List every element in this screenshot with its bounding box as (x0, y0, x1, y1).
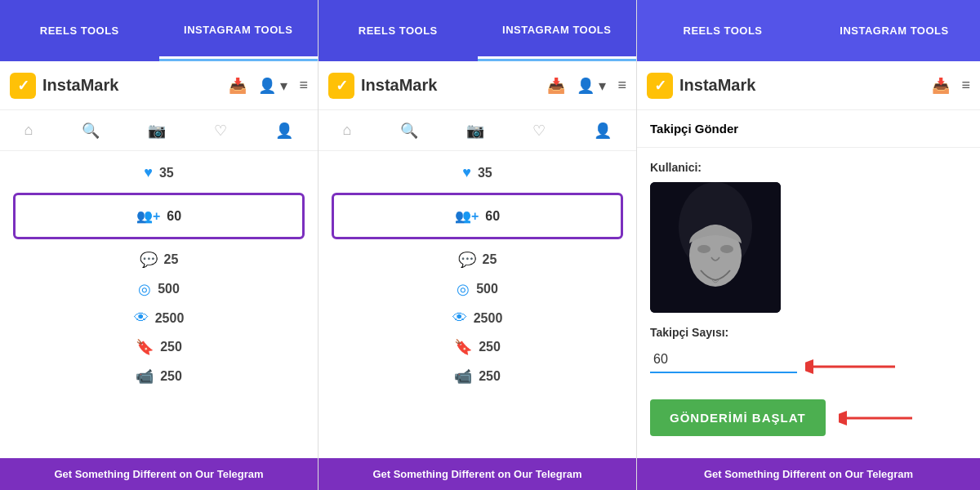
follow-icon-2: 👥+ (455, 208, 479, 224)
right-telegram-banner[interactable]: Get Something Different on Our Telegram (637, 458, 980, 490)
header-icons-1: 📥 👤 ▾ ≡ (229, 77, 308, 95)
profile-nav-icon-1[interactable]: 👤 (275, 122, 293, 140)
comment-value-2: 25 (483, 252, 497, 267)
search-nav-icon-2[interactable]: 🔍 (400, 122, 418, 140)
input-arrow-container (650, 347, 967, 386)
instagram-stat-1: ◎ 500 (13, 280, 305, 298)
like-nav-icon-2[interactable]: ♡ (532, 122, 546, 140)
tab-bar-1: REELS TOOLS INSTAGRAM TOOLS (0, 0, 318, 61)
follow-box-1[interactable]: 👥+ 60 (13, 193, 305, 239)
eye-value-1: 2500 (155, 311, 185, 326)
header-2: ✓ InstaMark 📥 👤 ▾ ≡ (318, 61, 636, 110)
logo-1: ✓ InstaMark (10, 73, 118, 99)
follow-box-2[interactable]: 👥+ 60 (332, 193, 623, 239)
instagram-stat-2: ◎ 500 (332, 280, 623, 298)
comment-stat-1: 💬 25 (13, 251, 305, 269)
eye-stat-2: 👁 2500 (332, 310, 623, 327)
heart-stat-2: ♥ 35 (332, 164, 623, 181)
video-value-1: 250 (160, 369, 182, 384)
right-header-icons: 📥 ≡ (932, 77, 970, 95)
tab-bar-2: REELS TOOLS INSTAGRAM TOOLS (318, 0, 636, 61)
logo-icon-1: ✓ (10, 73, 36, 99)
right-menu-icon[interactable]: ≡ (961, 77, 970, 94)
menu-icon-2[interactable]: ≡ (617, 77, 626, 94)
kullanici-label: Kullanici: (650, 161, 967, 174)
save-stat-1: 🔖 250 (13, 338, 305, 356)
save-stat-2: 🔖 250 (332, 338, 623, 356)
video-stat-1: 📹 250 (13, 368, 305, 385)
heart-icon-2: ♥ (462, 164, 471, 181)
nav-icons-1: ⌂ 🔍 📷 ♡ 👤 (0, 110, 318, 151)
eye-value-2: 2500 (474, 311, 503, 326)
right-tab-bar: REELS TOOLS INSTAGRAM TOOLS (637, 0, 980, 61)
takipci-label: Takipçi Sayısı: (650, 326, 967, 339)
heart-stat-1: ♥ 35 (13, 164, 305, 181)
camera-nav-icon-1[interactable]: 📷 (148, 122, 166, 140)
save-value-2: 250 (479, 340, 501, 354)
logo-text-2: InstaMark (361, 76, 437, 95)
tab-reels-right[interactable]: REELS TOOLS (637, 0, 808, 61)
video-icon-1: 📹 (136, 368, 154, 385)
like-nav-icon-1[interactable]: ♡ (214, 122, 227, 140)
profile-nav-icon-2[interactable]: 👤 (594, 122, 612, 140)
right-inbox-icon[interactable]: 📥 (932, 77, 950, 95)
eye-icon-2: 👁 (452, 310, 467, 327)
nav-icons-2: ⌂ 🔍 📷 ♡ 👤 (318, 110, 636, 151)
content-area-1: ♥ 35 👥+ 60 💬 25 ◎ 500 👁 2500 (0, 151, 318, 458)
heart-value-2: 35 (478, 166, 492, 180)
telegram-banner-1[interactable]: Get Something Different on Our Telegram (0, 458, 318, 490)
telegram-banner-2[interactable]: Get Something Different on Our Telegram (318, 458, 636, 490)
profile-icon-2[interactable]: 👤 ▾ (577, 77, 606, 95)
tab-instagram-2[interactable]: INSTAGRAM TOOLS (478, 0, 637, 61)
save-icon-2: 🔖 (454, 338, 472, 356)
home-nav-icon-1[interactable]: ⌂ (24, 122, 33, 139)
instagram-value-2: 500 (476, 282, 498, 296)
search-nav-icon-1[interactable]: 🔍 (82, 122, 100, 140)
panel-2: REELS TOOLS INSTAGRAM TOOLS ✓ InstaMark … (318, 0, 637, 490)
panel-1: REELS TOOLS INSTAGRAM TOOLS ✓ InstaMark … (0, 0, 318, 490)
heart-value-1: 35 (159, 166, 174, 180)
svg-rect-5 (650, 182, 781, 313)
tab-instagram-right[interactable]: INSTAGRAM TOOLS (808, 0, 980, 61)
logo-text-1: InstaMark (42, 76, 118, 95)
video-stat-2: 📹 250 (332, 368, 623, 385)
comment-icon-1: 💬 (140, 251, 158, 269)
right-logo-icon: ✓ (647, 73, 673, 99)
home-nav-icon-2[interactable]: ⌂ (343, 122, 352, 139)
instagram-value-1: 500 (158, 282, 180, 296)
menu-icon-1[interactable]: ≡ (299, 77, 308, 94)
eye-stat-1: 👁 2500 (13, 310, 305, 327)
app-container: REELS TOOLS INSTAGRAM TOOLS ✓ InstaMark … (0, 0, 980, 490)
content-area-2: ♥ 35 👥+ 60 💬 25 ◎ 500 👁 2500 🔖 25 (318, 151, 636, 458)
comment-icon-2: 💬 (458, 251, 476, 269)
right-logo-text: InstaMark (679, 76, 755, 95)
tab-reels-2[interactable]: REELS TOOLS (318, 0, 478, 61)
user-avatar (650, 182, 781, 313)
right-header-bar: ✓ InstaMark 📥 ≡ (637, 61, 980, 110)
heart-icon-1: ♥ (144, 164, 153, 181)
inbox-icon-1[interactable]: 📥 (229, 77, 247, 95)
header-icons-2: 📥 👤 ▾ ≡ (547, 77, 626, 95)
gondeimi-button[interactable]: GÖNDERİMİ BAŞLAT (650, 399, 826, 436)
profile-icon-1[interactable]: 👤 ▾ (258, 77, 287, 95)
camera-nav-icon-2[interactable]: 📷 (466, 122, 484, 140)
logo-2: ✓ InstaMark (328, 73, 437, 99)
takipci-input[interactable] (650, 347, 797, 373)
inbox-icon-2[interactable]: 📥 (547, 77, 565, 95)
btn-row: GÖNDERİMİ BAŞLAT (650, 399, 967, 436)
red-arrow-button (839, 406, 920, 430)
instagram-icon-2: ◎ (457, 280, 470, 298)
right-panel: REELS TOOLS INSTAGRAM TOOLS ✓ InstaMark … (637, 0, 980, 490)
follow-value-1: 60 (167, 209, 181, 224)
header-1: ✓ InstaMark 📥 👤 ▾ ≡ (0, 61, 318, 110)
video-icon-2: 📹 (454, 368, 472, 385)
red-arrow-input (805, 354, 903, 379)
video-value-2: 250 (479, 369, 501, 384)
tab-reels-1[interactable]: REELS TOOLS (0, 0, 159, 61)
save-value-1: 250 (160, 340, 182, 354)
section-title: Takipçi Gönder (637, 110, 980, 148)
follow-value-2: 60 (485, 209, 500, 224)
instagram-icon-1: ◎ (138, 280, 151, 298)
tab-instagram-1[interactable]: INSTAGRAM TOOLS (159, 0, 318, 61)
comment-value-1: 25 (164, 252, 179, 267)
